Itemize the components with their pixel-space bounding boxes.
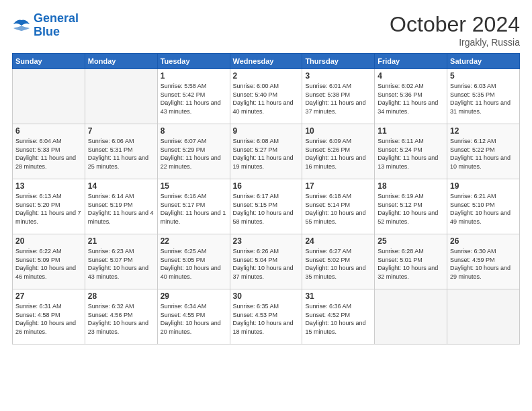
table-row	[85, 69, 157, 124]
location-subtitle: Irgakly, Russia	[390, 37, 520, 48]
table-row: 6Sunrise: 6:04 AMSunset: 5:33 PMDaylight…	[13, 124, 85, 179]
table-row: 7Sunrise: 6:06 AMSunset: 5:31 PMDaylight…	[85, 124, 157, 179]
day-info: Sunrise: 6:04 AMSunset: 5:33 PMDaylight:…	[15, 137, 82, 171]
title-section: October 2024 Irgakly, Russia	[390, 12, 520, 48]
table-row: 10Sunrise: 6:09 AMSunset: 5:26 PMDayligh…	[302, 124, 375, 179]
day-number: 9	[233, 126, 300, 136]
calendar-header-row: Sunday Monday Tuesday Wednesday Thursday…	[13, 54, 520, 69]
day-number: 10	[305, 126, 371, 136]
day-number: 5	[450, 71, 517, 81]
day-info: Sunrise: 5:58 AMSunset: 5:42 PMDaylight:…	[161, 82, 227, 116]
day-info: Sunrise: 6:31 AMSunset: 4:58 PMDaylight:…	[15, 302, 82, 336]
day-info: Sunrise: 6:00 AMSunset: 5:40 PMDaylight:…	[233, 82, 300, 116]
table-row: 1Sunrise: 5:58 AMSunset: 5:42 PMDaylight…	[157, 69, 230, 124]
day-info: Sunrise: 6:16 AMSunset: 5:17 PMDaylight:…	[161, 192, 227, 226]
day-info: Sunrise: 6:07 AMSunset: 5:29 PMDaylight:…	[161, 137, 227, 171]
day-number: 14	[88, 181, 154, 191]
table-row: 4Sunrise: 6:02 AMSunset: 5:36 PMDaylight…	[375, 69, 447, 124]
day-number: 13	[15, 181, 82, 191]
table-row: 9Sunrise: 6:08 AMSunset: 5:27 PMDaylight…	[230, 124, 302, 179]
day-number: 23	[233, 236, 300, 246]
logo: General Blue	[12, 12, 79, 39]
table-row: 31Sunrise: 6:36 AMSunset: 4:52 PMDayligh…	[302, 289, 375, 345]
table-row: 8Sunrise: 6:07 AMSunset: 5:29 PMDaylight…	[157, 124, 230, 179]
day-number: 20	[15, 236, 82, 246]
table-row: 30Sunrise: 6:35 AMSunset: 4:53 PMDayligh…	[230, 289, 302, 345]
day-info: Sunrise: 6:09 AMSunset: 5:26 PMDaylight:…	[305, 137, 371, 171]
day-info: Sunrise: 6:11 AMSunset: 5:24 PMDaylight:…	[378, 137, 444, 171]
table-row: 27Sunrise: 6:31 AMSunset: 4:58 PMDayligh…	[13, 289, 85, 345]
day-number: 11	[378, 126, 444, 136]
day-number: 17	[305, 181, 371, 191]
table-row: 17Sunrise: 6:18 AMSunset: 5:14 PMDayligh…	[302, 179, 375, 234]
day-info: Sunrise: 6:19 AMSunset: 5:12 PMDaylight:…	[378, 192, 444, 226]
month-title: October 2024	[390, 12, 520, 37]
day-number: 21	[88, 236, 154, 246]
calendar-week-4: 20Sunrise: 6:22 AMSunset: 5:09 PMDayligh…	[13, 234, 520, 289]
day-number: 8	[161, 126, 227, 136]
table-row: 26Sunrise: 6:30 AMSunset: 4:59 PMDayligh…	[447, 234, 520, 289]
table-row: 23Sunrise: 6:26 AMSunset: 5:04 PMDayligh…	[230, 234, 302, 289]
logo-icon	[12, 17, 31, 34]
header-tuesday: Tuesday	[157, 54, 230, 69]
table-row: 15Sunrise: 6:16 AMSunset: 5:17 PMDayligh…	[157, 179, 230, 234]
table-row: 2Sunrise: 6:00 AMSunset: 5:40 PMDaylight…	[230, 69, 302, 124]
day-number: 26	[450, 236, 517, 246]
day-info: Sunrise: 6:22 AMSunset: 5:09 PMDaylight:…	[15, 247, 82, 281]
day-info: Sunrise: 6:18 AMSunset: 5:14 PMDaylight:…	[305, 192, 371, 226]
header-friday: Friday	[375, 54, 447, 69]
table-row: 19Sunrise: 6:21 AMSunset: 5:10 PMDayligh…	[447, 179, 520, 234]
day-info: Sunrise: 6:12 AMSunset: 5:22 PMDaylight:…	[450, 137, 517, 171]
header-sunday: Sunday	[13, 54, 85, 69]
day-number: 22	[161, 236, 227, 246]
table-row: 25Sunrise: 6:28 AMSunset: 5:01 PMDayligh…	[375, 234, 447, 289]
table-row: 14Sunrise: 6:14 AMSunset: 5:19 PMDayligh…	[85, 179, 157, 234]
day-info: Sunrise: 6:13 AMSunset: 5:20 PMDaylight:…	[15, 192, 82, 226]
day-number: 7	[88, 126, 154, 136]
day-number: 2	[233, 71, 300, 81]
table-row: 11Sunrise: 6:11 AMSunset: 5:24 PMDayligh…	[375, 124, 447, 179]
day-info: Sunrise: 6:30 AMSunset: 4:59 PMDaylight:…	[450, 247, 517, 281]
day-number: 30	[233, 291, 300, 301]
calendar-week-5: 27Sunrise: 6:31 AMSunset: 4:58 PMDayligh…	[13, 289, 520, 345]
table-row: 21Sunrise: 6:23 AMSunset: 5:07 PMDayligh…	[85, 234, 157, 289]
day-info: Sunrise: 6:25 AMSunset: 5:05 PMDaylight:…	[161, 247, 227, 281]
day-number: 24	[305, 236, 371, 246]
day-info: Sunrise: 6:03 AMSunset: 5:35 PMDaylight:…	[450, 82, 517, 116]
table-row: 28Sunrise: 6:32 AMSunset: 4:56 PMDayligh…	[85, 289, 157, 345]
table-row: 13Sunrise: 6:13 AMSunset: 5:20 PMDayligh…	[13, 179, 85, 234]
table-row: 16Sunrise: 6:17 AMSunset: 5:15 PMDayligh…	[230, 179, 302, 234]
day-number: 4	[378, 71, 444, 81]
page-header: General Blue October 2024 Irgakly, Russi…	[12, 12, 520, 48]
day-number: 1	[161, 71, 227, 81]
table-row	[13, 69, 85, 124]
day-number: 25	[378, 236, 444, 246]
table-row: 29Sunrise: 6:34 AMSunset: 4:55 PMDayligh…	[157, 289, 230, 345]
day-number: 28	[88, 291, 154, 301]
day-number: 16	[233, 181, 300, 191]
day-info: Sunrise: 6:34 AMSunset: 4:55 PMDaylight:…	[161, 302, 227, 336]
table-row: 18Sunrise: 6:19 AMSunset: 5:12 PMDayligh…	[375, 179, 447, 234]
day-number: 31	[305, 291, 371, 301]
day-info: Sunrise: 6:23 AMSunset: 5:07 PMDaylight:…	[88, 247, 154, 281]
day-number: 19	[450, 181, 517, 191]
day-info: Sunrise: 6:32 AMSunset: 4:56 PMDaylight:…	[88, 302, 154, 336]
day-info: Sunrise: 6:27 AMSunset: 5:02 PMDaylight:…	[305, 247, 371, 281]
table-row	[447, 289, 520, 345]
day-info: Sunrise: 6:02 AMSunset: 5:36 PMDaylight:…	[378, 82, 444, 116]
header-thursday: Thursday	[302, 54, 375, 69]
header-monday: Monday	[85, 54, 157, 69]
day-info: Sunrise: 6:01 AMSunset: 5:38 PMDaylight:…	[305, 82, 371, 116]
day-info: Sunrise: 6:21 AMSunset: 5:10 PMDaylight:…	[450, 192, 517, 226]
day-number: 6	[15, 126, 82, 136]
table-row: 12Sunrise: 6:12 AMSunset: 5:22 PMDayligh…	[447, 124, 520, 179]
day-number: 29	[161, 291, 227, 301]
day-info: Sunrise: 6:36 AMSunset: 4:52 PMDaylight:…	[305, 302, 371, 336]
calendar-week-2: 6Sunrise: 6:04 AMSunset: 5:33 PMDaylight…	[13, 124, 520, 179]
day-number: 27	[15, 291, 82, 301]
table-row: 3Sunrise: 6:01 AMSunset: 5:38 PMDaylight…	[302, 69, 375, 124]
table-row: 24Sunrise: 6:27 AMSunset: 5:02 PMDayligh…	[302, 234, 375, 289]
calendar-week-3: 13Sunrise: 6:13 AMSunset: 5:20 PMDayligh…	[13, 179, 520, 234]
day-number: 3	[305, 71, 371, 81]
table-row: 20Sunrise: 6:22 AMSunset: 5:09 PMDayligh…	[13, 234, 85, 289]
